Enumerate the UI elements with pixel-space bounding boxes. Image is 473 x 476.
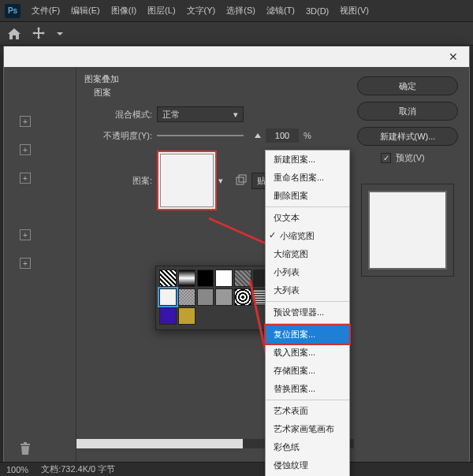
section-subtitle: 图案 [94, 87, 349, 99]
menu-filter[interactable]: 滤镜(T) [262, 2, 300, 20]
pattern-flyout-menu: 新建图案... 重命名图案... 删除图案 仅文本 小缩览图 大缩览图 小列表 … [265, 150, 350, 476]
pattern-thumb[interactable] [159, 270, 177, 287]
pattern-thumb[interactable] [197, 288, 214, 306]
menu-3d[interactable]: 3D(D) [301, 3, 333, 19]
ctx-large-thumbnail[interactable]: 大缩览图 [266, 245, 349, 263]
pattern-thumb[interactable] [178, 270, 196, 287]
pattern-thumb[interactable] [234, 270, 251, 287]
effects-list-pane: + + + + + [4, 67, 76, 463]
opacity-slider[interactable] [157, 135, 244, 136]
chevron-down-icon[interactable] [57, 29, 63, 39]
ok-button[interactable]: 确定 [357, 76, 458, 95]
add-effect-button[interactable]: + [20, 116, 31, 127]
pattern-thumb[interactable] [197, 270, 214, 287]
ctx-reset-patterns[interactable]: 复位图案... [264, 324, 351, 345]
slider-thumb-icon[interactable] [255, 133, 261, 138]
ctx-text-only[interactable]: 仅文本 [266, 209, 349, 227]
checkbox-icon: ✓ [381, 153, 391, 163]
pattern-label: 图案: [84, 175, 152, 187]
move-tool-icon[interactable] [32, 26, 46, 42]
close-icon[interactable]: ✕ [449, 50, 461, 63]
ctx-rename-pattern[interactable]: 重命名图案... [266, 169, 349, 187]
pattern-thumb[interactable] [215, 288, 233, 306]
add-effect-button[interactable]: + [20, 173, 31, 184]
add-effect-button[interactable]: + [20, 229, 31, 240]
ctx-large-list[interactable]: 大列表 [266, 281, 349, 299]
pattern-thumb[interactable] [234, 288, 251, 306]
menu-image[interactable]: 图像(I) [106, 2, 141, 20]
layer-style-dialog: ✕ + + + + + 图案叠加 图案 混合模式: 正常 ▾ 不透明度(Y): [3, 46, 470, 463]
separator [266, 206, 349, 207]
pattern-swatch[interactable] [157, 151, 217, 210]
svg-rect-1 [239, 175, 246, 182]
menu-edit[interactable]: 编辑(E) [66, 2, 105, 20]
ctx-delete-pattern[interactable]: 删除图案 [266, 187, 349, 205]
menu-layer[interactable]: 图层(L) [143, 2, 180, 20]
pattern-thumb[interactable] [159, 307, 177, 325]
ctx-preset-brush[interactable]: 艺术家画笔画布 [266, 420, 349, 438]
pattern-thumb[interactable] [215, 270, 233, 287]
ctx-preset-erode[interactable]: 侵蚀纹理 [266, 456, 349, 474]
pattern-thumb[interactable] [178, 307, 196, 325]
app-logo: Ps [5, 4, 20, 18]
blend-mode-dropdown[interactable]: 正常 ▾ [157, 106, 244, 122]
ctx-preset-manager[interactable]: 预设管理器... [266, 303, 349, 322]
blend-mode-label: 混合模式: [84, 109, 152, 121]
trash-icon[interactable] [20, 442, 76, 456]
ctx-new-pattern[interactable]: 新建图案... [266, 151, 349, 169]
preview-checkbox[interactable]: ✓ 预览(V) [381, 152, 461, 164]
cancel-button[interactable]: 取消 [357, 102, 458, 121]
ctx-preset-surface[interactable]: 艺术表面 [266, 402, 349, 420]
home-icon[interactable] [8, 28, 20, 39]
percent-label: % [304, 131, 311, 140]
new-style-button[interactable]: 新建样式(W)... [357, 127, 458, 146]
ctx-small-thumbnail[interactable]: 小缩览图 [266, 227, 349, 245]
chevron-down-icon[interactable]: ▾ [218, 176, 223, 186]
opacity-input[interactable] [266, 128, 299, 143]
opacity-label: 不透明度(Y): [84, 130, 152, 142]
preview-swatch [368, 191, 447, 270]
ctx-load-patterns[interactable]: 载入图案... [266, 344, 349, 362]
zoom-level[interactable]: 100% [6, 465, 28, 474]
ctx-replace-patterns[interactable]: 替换图案... [266, 380, 349, 398]
new-from-icon[interactable] [236, 174, 247, 187]
separator [266, 301, 349, 302]
menu-view[interactable]: 视图(V) [335, 2, 374, 20]
ctx-preset-paper[interactable]: 彩色纸 [266, 438, 349, 456]
menu-type[interactable]: 文字(Y) [182, 2, 221, 20]
separator [266, 400, 349, 400]
svg-rect-0 [236, 177, 244, 184]
blend-mode-value: 正常 [162, 109, 180, 121]
ctx-save-patterns[interactable]: 存储图案... [266, 362, 349, 380]
pattern-thumb-selected[interactable] [159, 288, 177, 306]
scrollbar-thumb[interactable] [76, 439, 243, 448]
menu-select[interactable]: 选择(S) [222, 2, 260, 20]
add-effect-button[interactable]: + [20, 258, 31, 269]
menu-file[interactable]: 文件(F) [27, 2, 65, 20]
chevron-down-icon: ▾ [233, 110, 238, 120]
section-title: 图案叠加 [84, 73, 349, 85]
doc-size: 文档:732.4K/0 字节 [41, 463, 115, 475]
ctx-small-list[interactable]: 小列表 [266, 263, 349, 281]
add-effect-button[interactable]: + [20, 144, 31, 155]
pattern-thumb[interactable] [178, 288, 196, 306]
preview-label: 预览(V) [396, 152, 425, 164]
